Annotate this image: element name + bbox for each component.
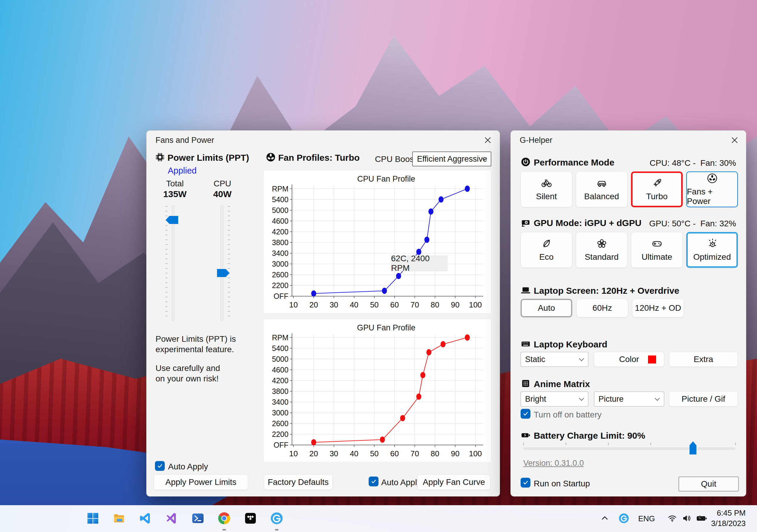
cpu-boost-dropdown[interactable]: Efficient Aggressive [412,152,491,166]
svg-text:40: 40 [350,449,358,458]
tray-volume-icon[interactable] [680,508,694,528]
chevron-down-icon [579,356,584,361]
power-limits-applied-status: Applied [168,166,197,176]
ppt-warning-paragraph-2: Use carefully and on your own risk! [156,363,220,384]
svg-text:3400: 3400 [272,398,288,406]
battery-slider-track[interactable] [523,448,735,450]
quit-button[interactable]: Quit [679,477,739,491]
gpu-fan-chart-panel[interactable]: OFF220026003000340038004200460050005400R… [263,319,491,462]
battery-slider-ticks [523,442,736,445]
fan-auto-apply-label: Auto Apply [381,478,421,487]
svg-text:40: 40 [350,301,358,309]
car-icon [596,178,607,189]
run-on-startup-label: Run on Startup [534,479,590,489]
cpu-slider-track[interactable] [221,205,223,321]
svg-text:100: 100 [469,449,482,458]
svg-text:2200: 2200 [272,430,288,438]
taskbar-chrome-icon[interactable] [214,508,234,528]
ghelper-close-icon[interactable] [729,135,741,146]
cpu-slider-value: 40W [206,189,239,199]
perf-mode-balanced-button[interactable]: Balanced [576,172,627,207]
gamepad-icon [651,238,663,249]
tray-ghelper-icon[interactable] [617,508,631,528]
perf-mode-silent-button[interactable]: Silent [521,172,572,207]
apply-power-limits-button[interactable]: Apply Power Limits [154,474,248,490]
anime-brightness-value: Bright [525,395,546,404]
gpu-fan-chart[interactable]: OFF220026003000340038004200460050005400R… [263,319,491,462]
tray-wifi-icon[interactable] [665,508,680,528]
fan-icon [266,152,276,162]
laptop-screen-header: Laptop Screen: 120Hz + Overdrive [534,286,680,296]
taskbar-windows-start-icon[interactable] [83,508,103,528]
gpu-card-icon [521,217,531,228]
svg-text:60: 60 [390,449,399,458]
taskbar-visual-studio-icon[interactable] [162,508,181,528]
keyboard-mode-value: Static [525,355,545,364]
svg-text:OFF: OFF [273,441,288,449]
tray-clock-time[interactable]: 6:45 PM [711,508,746,518]
tray-language[interactable]: ENG [638,514,655,523]
keyboard-extra-button[interactable]: Extra [669,352,738,367]
picture-gif-button[interactable]: Picture / Gif [669,392,738,406]
anime-mode-dropdown[interactable]: Picture [594,392,664,406]
taskbar-powershell-icon[interactable] [188,508,208,528]
cpu-boost-value: Efficient Aggressive [417,154,487,164]
taskbar-tidal-icon[interactable] [241,508,260,528]
laptop-icon [521,285,531,295]
svg-text:GPU Fan Profile: GPU Fan Profile [357,323,415,332]
fans-window-titlebar[interactable]: Fans and Power [147,131,500,149]
svg-text:70: 70 [410,301,419,309]
ghelper-titlebar[interactable]: G-Helper [511,131,746,149]
svg-text:OFF: OFF [273,292,288,300]
screen-120hz-od-button[interactable]: 120Hz + OD [632,299,684,317]
anime-brightness-dropdown[interactable]: Bright [521,392,588,406]
warning-line-3: Use carefully and [156,363,220,373]
total-slider-handle[interactable] [166,216,178,224]
perf-mode-turbo-button[interactable]: Turbo [631,172,683,207]
turn-off-on-battery-checkbox[interactable] [521,409,530,419]
gpu-mode-eco-button[interactable]: Eco [521,232,572,268]
fans-power-button[interactable]: Fans + Power [686,172,738,207]
svg-text:100: 100 [469,301,482,309]
screen-60hz-button[interactable]: 60Hz [576,299,628,317]
tray-chevron-up-icon[interactable] [598,508,612,528]
eco-label: Eco [539,252,554,262]
taskbar-vscode-icon[interactable] [136,508,155,528]
anime-mode-value: Picture [598,395,623,404]
ghelper-running-indicator [275,529,279,530]
factory-defaults-button[interactable]: Factory Defaults [264,474,333,490]
fan-auto-apply-checkbox[interactable] [369,477,378,486]
svg-text:5000: 5000 [272,355,288,363]
tray-clock-date[interactable]: 3/18/2023 [705,519,746,528]
taskbar-ghelper-icon[interactable] [267,508,287,528]
power-limits-header: Power Limits (PPT) [167,153,249,163]
keyboard-color-button[interactable]: Color [594,352,664,367]
apply-fan-curve-button[interactable]: Apply Fan Curve [417,474,491,490]
svg-text:5000: 5000 [272,206,288,214]
gpu-mode-optimized-button[interactable]: Optimized [686,232,738,268]
flower-icon [596,238,607,249]
version-link[interactable]: Version: 0.31.0.0 [523,459,584,468]
power-auto-apply-checkbox[interactable] [155,461,165,471]
quit-label: Quit [701,479,716,489]
g-helper-window: G-Helper Performance Mode CPU: 48°C - Fa… [510,130,746,496]
gpu-mode-ultimate-button[interactable]: Ultimate [631,232,683,268]
power-auto-apply-label: Auto Apply [168,462,208,471]
svg-text:3800: 3800 [272,238,288,247]
taskbar-file-explorer-icon[interactable] [109,508,129,528]
ghelper-title: G-Helper [520,136,553,145]
screen-auto-button[interactable]: Auto [521,299,572,317]
cpu-chip-icon [155,152,165,162]
fans-window-close-icon[interactable] [482,135,494,146]
cpu-fan-chart[interactable]: OFF220026003000340038004200460050005400R… [263,170,491,313]
gpu-temp-fan-readout: GPU: 50°C - Fan: 32% [649,219,736,228]
svg-text:3000: 3000 [272,408,288,417]
battery-charge-icon [521,430,531,440]
run-on-startup-checkbox[interactable] [521,478,530,488]
leaf-icon [541,238,552,249]
cpu-fan-chart-panel[interactable]: OFF220026003000340038004200460050005400R… [263,170,491,314]
gpu-mode-standard-button[interactable]: Standard [576,232,627,268]
svg-text:10: 10 [289,301,298,309]
screen-60hz-label: 60Hz [592,303,612,313]
keyboard-mode-dropdown[interactable]: Static [521,352,588,367]
